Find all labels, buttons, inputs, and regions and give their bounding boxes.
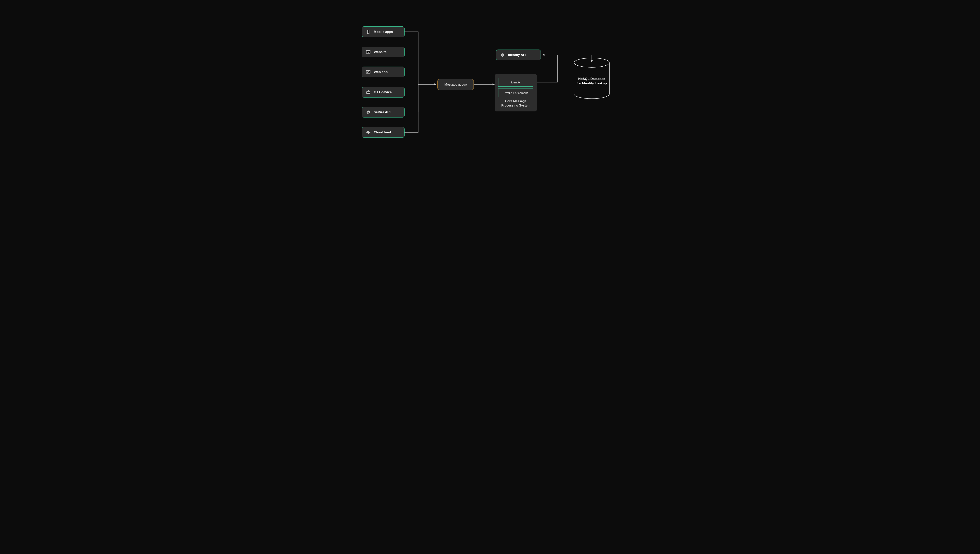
- source-cloud-feed: Cloud feed: [362, 127, 405, 138]
- core-cell-identity: Identity: [498, 78, 533, 86]
- gear-plug-icon: [366, 110, 371, 115]
- source-ott-device: OTT device: [362, 87, 405, 97]
- identity-api: Identity API: [496, 49, 541, 60]
- identity-api-label: Identity API: [508, 53, 526, 57]
- cloud-down-icon: [366, 130, 371, 135]
- message-queue: Message queue: [437, 79, 474, 90]
- source-label: Website: [374, 50, 386, 54]
- browser-code-icon: [366, 69, 371, 75]
- core-cell-label: Profile Enrichment: [504, 91, 528, 95]
- source-mobile-apps: Mobile apps: [362, 26, 405, 37]
- source-label: Mobile apps: [374, 30, 393, 34]
- source-web-app: Web app: [362, 67, 405, 77]
- queue-label: Message queue: [445, 83, 467, 86]
- ott-icon: [366, 89, 371, 95]
- core-caption: Core Message Processing System: [498, 99, 533, 108]
- core-processing-panel: Identity Profile Enrichment Core Message…: [495, 74, 537, 111]
- source-label: OTT device: [374, 90, 392, 94]
- source-label: Server API: [374, 110, 390, 114]
- browser-pointer-icon: [366, 49, 371, 55]
- mobile-icon: [366, 29, 371, 35]
- source-label: Web app: [374, 70, 388, 74]
- core-cell-profile-enrichment: Profile Enrichment: [498, 89, 533, 97]
- core-cell-label: Identity: [511, 81, 520, 84]
- gear-plug-icon: [500, 52, 505, 58]
- source-website: Website: [362, 46, 405, 57]
- source-server-api: Server API: [362, 107, 405, 118]
- nosql-database-label: NoSQL Database for Identity Lookup: [576, 77, 607, 86]
- source-label: Cloud feed: [374, 131, 391, 134]
